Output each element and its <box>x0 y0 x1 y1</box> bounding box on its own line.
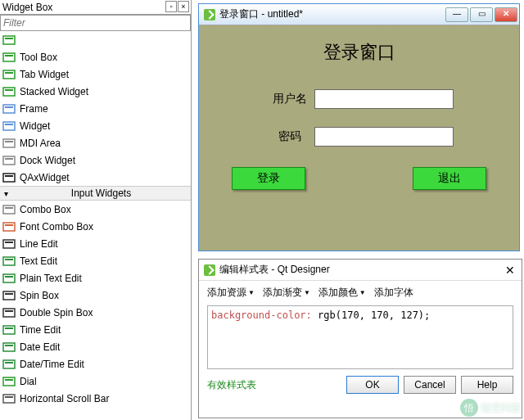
hscroll-icon <box>2 392 16 405</box>
svg-rect-22 <box>3 240 15 248</box>
password-input[interactable] <box>314 127 454 147</box>
username-row: 用户名 <box>215 89 503 109</box>
widget-item[interactable]: Spin Box <box>0 287 191 304</box>
svg-rect-23 <box>5 242 13 243</box>
svg-rect-6 <box>3 88 15 96</box>
css-value: rgb(170, 170, 127); <box>312 309 431 321</box>
ax-icon <box>2 171 16 184</box>
dock-icon <box>2 154 16 167</box>
help-button[interactable]: Help <box>461 376 513 394</box>
svg-rect-11 <box>5 124 13 125</box>
widget-item[interactable]: Date Edit <box>0 338 191 355</box>
exit-button[interactable]: 退出 <box>413 167 486 190</box>
widget-item[interactable]: Time Edit <box>0 321 191 338</box>
cancel-button[interactable]: Cancel <box>404 376 456 394</box>
widget-list[interactable]: Tool BoxTab WidgetStacked WidgetFrameWid… <box>0 31 191 420</box>
svg-rect-19 <box>5 207 13 209</box>
widget-item[interactable]: Widget <box>0 117 191 134</box>
close-icon[interactable]: ✕ <box>505 264 515 277</box>
widget-item[interactable]: QAxWidget <box>0 169 191 186</box>
watermark: 悟 悟空问答 <box>460 399 521 417</box>
svg-rect-0 <box>3 36 15 44</box>
username-input[interactable] <box>314 89 454 109</box>
widget-item[interactable]: Stacked Widget <box>0 83 191 100</box>
svg-rect-2 <box>3 53 15 61</box>
widget-item[interactable]: Combo Box <box>0 201 191 218</box>
widget-item[interactable]: Plain Text Edit <box>0 269 191 287</box>
login-button[interactable]: 登录 <box>232 167 305 190</box>
svg-rect-27 <box>5 276 13 278</box>
add-resource-menu[interactable]: 添加资源▼ <box>207 286 255 300</box>
svg-rect-36 <box>3 360 15 368</box>
widget-item[interactable]: Tab Widget <box>0 65 191 83</box>
svg-rect-38 <box>3 377 15 386</box>
tab-icon <box>2 68 16 81</box>
widget-item[interactable]: Line Edit <box>0 235 191 252</box>
ok-button[interactable]: OK <box>346 376 399 394</box>
svg-rect-20 <box>3 223 15 231</box>
svg-rect-40 <box>3 395 15 403</box>
widget-item[interactable]: Horizontal Scroll Bar <box>0 390 191 407</box>
widget-item-label: Double Spin Box <box>20 307 93 318</box>
filter-input[interactable] <box>0 15 191 31</box>
svg-rect-41 <box>5 396 13 398</box>
widget-icon <box>2 120 16 133</box>
widget-item[interactable]: Dock Widget <box>0 151 191 169</box>
widget-item[interactable]: Text Edit <box>0 252 191 269</box>
section-label: Input Widgets <box>11 187 191 199</box>
valid-stylesheet-label: 有效样式表 <box>207 378 256 392</box>
login-window: 登录窗口 - untitled* — ▭ ✕ 登录窗口 用户名 密码 登录 退出 <box>198 3 520 251</box>
login-body: 登录窗口 用户名 密码 登录 退出 <box>199 25 519 251</box>
widget-item-label: Horizontal Scroll Bar <box>20 393 109 404</box>
widget-box-title-bar: Widget Box ▫ × <box>0 0 191 15</box>
password-row: 密码 <box>215 127 503 147</box>
svg-rect-33 <box>5 327 13 329</box>
widget-item-label: Plain Text Edit <box>20 273 82 284</box>
widget-item[interactable]: Frame <box>0 100 191 117</box>
maximize-button[interactable]: ▭ <box>470 7 493 22</box>
svg-rect-18 <box>3 205 15 214</box>
svg-rect-17 <box>5 175 13 177</box>
login-heading: 登录窗口 <box>215 40 503 65</box>
svg-rect-24 <box>3 257 15 265</box>
add-gradient-menu[interactable]: 添加渐变▼ <box>263 286 310 300</box>
svg-rect-21 <box>5 224 13 226</box>
widget-item[interactable]: Double Spin Box <box>0 304 191 321</box>
login-titlebar[interactable]: 登录窗口 - untitled* — ▭ ✕ <box>199 4 519 25</box>
widget-item-label: Dock Widget <box>20 155 75 166</box>
widget-item-label: Tab Widget <box>20 69 69 80</box>
close-icon[interactable]: × <box>178 1 189 12</box>
svg-rect-16 <box>3 174 15 182</box>
svg-rect-31 <box>5 310 13 312</box>
style-titlebar[interactable]: 编辑样式表 - Qt Designer ✕ <box>199 260 522 281</box>
widget-item-label: Date/Time Edit <box>20 359 84 370</box>
svg-rect-34 <box>3 343 15 351</box>
close-button[interactable]: ✕ <box>495 7 517 22</box>
dropdown-arrow-icon: ▼ <box>248 289 255 296</box>
widget-item-label: Dial <box>20 376 37 387</box>
svg-rect-7 <box>5 89 13 91</box>
widget-item[interactable]: Tool Box <box>0 48 191 65</box>
textedit-icon <box>2 255 16 268</box>
add-font-menu[interactable]: 添加字体 <box>374 286 413 300</box>
minimize-button[interactable]: — <box>445 7 468 22</box>
scroll-area-icon <box>2 34 16 47</box>
add-color-menu[interactable]: 添加颜色▼ <box>318 286 366 300</box>
widget-item[interactable]: Font Combo Box <box>0 218 191 235</box>
svg-rect-30 <box>3 309 15 317</box>
widget-item[interactable] <box>0 31 191 48</box>
style-window-title: 编辑样式表 - Qt Designer <box>219 263 330 277</box>
widget-item[interactable]: MDI Area <box>0 134 191 151</box>
svg-rect-9 <box>5 106 13 108</box>
svg-rect-37 <box>5 362 13 364</box>
widget-item-label: Date Edit <box>20 341 60 353</box>
widget-item-label: Font Combo Box <box>20 221 93 233</box>
widget-item[interactable]: Dial <box>0 373 191 390</box>
svg-rect-12 <box>3 139 15 147</box>
section-header-input-widgets[interactable]: ▾ Input Widgets <box>0 186 191 201</box>
style-editor-window: 编辑样式表 - Qt Designer ✕ 添加资源▼ 添加渐变▼ 添加颜色▼ … <box>198 259 522 418</box>
float-icon[interactable]: ▫ <box>165 1 177 12</box>
stylesheet-editor[interactable]: background-color: rgb(170, 170, 127); <box>207 305 513 369</box>
widget-item-label: Line Edit <box>20 238 58 250</box>
widget-item[interactable]: Date/Time Edit <box>0 355 191 373</box>
